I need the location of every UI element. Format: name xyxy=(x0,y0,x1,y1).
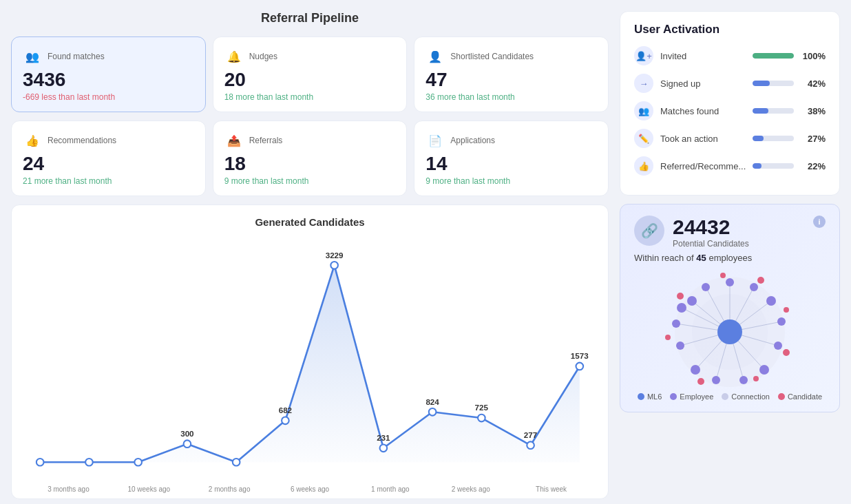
potential-number: 24432 xyxy=(673,216,749,239)
stat-value-shortlisted: 47 xyxy=(425,69,597,91)
legend-dot xyxy=(722,393,728,400)
svg-point-18 xyxy=(576,363,584,370)
stat-label-referrals: Referrals xyxy=(249,136,283,145)
stat-card-header: 👤 Shortlisted Candidates xyxy=(425,47,597,66)
ua-bar-invited xyxy=(753,53,794,59)
stat-icon-referrals: 📤 xyxy=(224,131,244,150)
svg-text:682: 682 xyxy=(279,406,292,414)
ua-percent-took-action: 27% xyxy=(801,134,826,144)
ua-bar-signed-up xyxy=(753,81,770,86)
ua-icon-signed-up: → xyxy=(634,74,653,93)
legend-dot xyxy=(670,393,677,400)
ua-row-matches-found: 👥 Matches found 38% xyxy=(634,101,826,120)
stat-card-header: 👥 Found matches xyxy=(23,47,194,66)
svg-point-10 xyxy=(380,444,388,452)
user-activation-title: User Activation xyxy=(634,23,826,36)
potential-reach: Within reach of 45 employees xyxy=(634,253,826,263)
stat-card-referrals: 📤 Referrals 18 9 more than last month xyxy=(213,120,408,196)
svg-point-48 xyxy=(672,319,680,328)
svg-point-5 xyxy=(233,459,240,466)
ua-row-invited: 👤+ Invited 100% xyxy=(634,46,826,65)
svg-point-53 xyxy=(784,307,789,313)
potential-header: 🔗 24432 Potential Candidates i xyxy=(634,216,826,249)
right-panel: User Activation 👤+ Invited 100% → Signed… xyxy=(620,11,840,499)
svg-point-40 xyxy=(766,296,776,306)
chart-card: Generated Candidates 3006823229231824725… xyxy=(11,204,609,499)
stat-icon-found-matches: 👥 xyxy=(23,47,42,66)
stat-value-applications: 14 xyxy=(425,153,597,175)
svg-text:1573: 1573 xyxy=(571,351,589,360)
line-chart-svg: 30068232292318247252771573 xyxy=(25,236,594,484)
svg-point-58 xyxy=(717,319,742,344)
ua-bar-wrap-referred xyxy=(753,163,794,169)
stat-card-header: 🔔 Nudges xyxy=(224,47,396,66)
ua-percent-invited: 100% xyxy=(801,51,826,61)
stat-label-recommendations: Recommendations xyxy=(48,136,116,145)
user-activation-card: User Activation 👤+ Invited 100% → Signed… xyxy=(620,11,840,196)
stat-change-recommendations: 21 more than last month xyxy=(23,176,194,186)
stat-icon-shortlisted: 👤 xyxy=(425,47,445,66)
stat-icon-applications: 📄 xyxy=(425,131,445,150)
ua-bar-took-action xyxy=(753,136,764,141)
ua-bar-referred xyxy=(753,163,761,169)
svg-point-3 xyxy=(184,440,191,448)
ua-icon-referred: 👍 xyxy=(634,156,653,176)
stat-icon-recommendations: 👍 xyxy=(23,131,42,150)
stat-change-found-matches: -669 less than last month xyxy=(23,92,194,102)
ua-label-signed-up: Signed up xyxy=(660,78,746,89)
ua-row-signed-up: → Signed up 42% xyxy=(634,74,826,93)
stat-change-referrals: 9 more than last month xyxy=(224,176,396,186)
x-label: 1 month ago xyxy=(350,485,430,493)
referral-pipeline-title: Referral Pipeline xyxy=(11,11,609,25)
stat-card-header: 👍 Recommendations xyxy=(23,131,194,150)
stat-icon-nudges: 🔔 xyxy=(224,47,244,66)
svg-point-37 xyxy=(702,283,710,291)
svg-point-49 xyxy=(677,303,686,313)
svg-point-12 xyxy=(429,408,437,416)
ua-bar-wrap-signed-up xyxy=(753,81,794,86)
potential-icon: 🔗 xyxy=(634,216,664,246)
ua-icon-matches-found: 👥 xyxy=(634,101,653,120)
legend-dot xyxy=(638,393,644,400)
svg-text:3229: 3229 xyxy=(326,251,344,260)
potential-employees: 45 xyxy=(696,253,706,263)
legend-item-candidate: Candidate xyxy=(778,392,822,401)
svg-text:725: 725 xyxy=(475,403,489,412)
ua-row-took-action: ✏️ Took an action 27% xyxy=(634,129,826,148)
svg-point-45 xyxy=(712,376,720,384)
svg-point-44 xyxy=(739,376,748,384)
svg-point-36 xyxy=(687,296,697,306)
ua-percent-referred: 22% xyxy=(801,161,826,171)
stat-value-referrals: 18 xyxy=(224,153,396,175)
svg-point-43 xyxy=(759,365,769,375)
main-grid: Referral Pipeline 👥 Found matches 3436 -… xyxy=(11,11,840,499)
svg-point-16 xyxy=(527,441,534,449)
left-panel: Referral Pipeline 👥 Found matches 3436 -… xyxy=(11,11,609,499)
stat-value-recommendations: 24 xyxy=(23,153,194,175)
x-label: 2 weeks ago xyxy=(430,485,511,493)
info-icon[interactable]: i xyxy=(813,216,826,228)
stat-card-nudges: 🔔 Nudges 20 18 more than last month xyxy=(213,36,408,112)
ua-percent-matches-found: 38% xyxy=(801,106,826,116)
ua-bar-matches-found xyxy=(753,108,768,114)
svg-text:300: 300 xyxy=(180,429,193,438)
stat-card-header: 📤 Referrals xyxy=(224,131,396,150)
svg-text:824: 824 xyxy=(425,397,439,406)
stat-card-shortlisted: 👤 Shortlisted Candidates 47 36 more than… xyxy=(414,36,609,112)
svg-point-47 xyxy=(676,342,684,350)
svg-point-54 xyxy=(783,349,790,356)
svg-point-0 xyxy=(36,459,44,466)
x-labels: 3 months ago10 weeks ago2 months ago6 we… xyxy=(25,485,594,493)
network-legend: ML6 Employee Connection Candidate xyxy=(634,392,826,401)
svg-point-50 xyxy=(677,293,684,300)
ua-bar-wrap-invited xyxy=(753,53,794,59)
ua-icon-invited: 👤+ xyxy=(634,46,653,65)
x-label: 3 months ago xyxy=(28,485,109,493)
svg-point-41 xyxy=(777,317,786,326)
potential-label: Potential Candidates xyxy=(673,239,749,249)
stat-card-found-matches: 👥 Found matches 3436 -669 less than last… xyxy=(11,36,206,112)
ua-bar-wrap-matches-found xyxy=(753,108,794,114)
stat-label-applications: Applications xyxy=(450,136,495,145)
stat-change-applications: 9 more than last month xyxy=(425,176,597,186)
ua-label-invited: Invited xyxy=(660,51,746,61)
